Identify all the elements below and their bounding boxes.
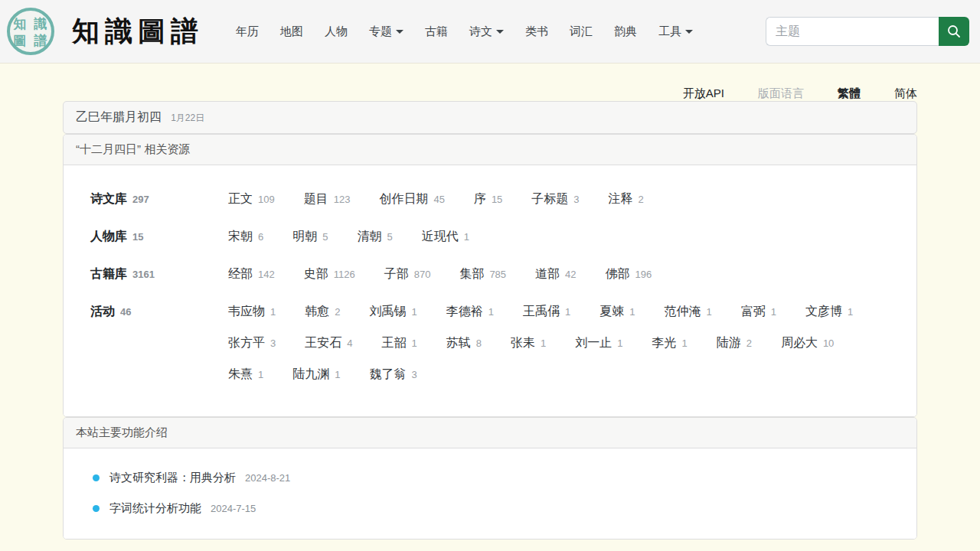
resource-link[interactable]: 文彦博 bbox=[805, 305, 842, 318]
resource-link-item: 张耒1 bbox=[511, 328, 546, 359]
resource-link[interactable]: 陆九渊 bbox=[292, 367, 329, 380]
nav-item-rhyme-dict[interactable]: 韵典 bbox=[603, 18, 648, 45]
nav-item-topics[interactable]: 专题 bbox=[358, 18, 414, 45]
resource-row-links: 经部142史部1126子部870集部785道部42佛部196 bbox=[228, 259, 890, 290]
site-title: 知識圖譜 bbox=[72, 13, 204, 51]
resource-link[interactable]: 李光 bbox=[652, 336, 676, 349]
resource-link-item: 刘禹锡1 bbox=[369, 296, 416, 328]
resource-link[interactable]: 子部 bbox=[384, 267, 409, 280]
resource-link[interactable]: 明朝 bbox=[292, 230, 317, 243]
resource-link[interactable]: 正文 bbox=[228, 192, 253, 205]
chevron-down-icon bbox=[496, 30, 504, 34]
resource-link[interactable]: 朱熹 bbox=[228, 367, 253, 380]
search-input[interactable] bbox=[766, 17, 939, 46]
top-navbar: 知 識 圖 譜 知識圖譜 年历地图人物专题古籍诗文类书词汇韵典工具 bbox=[0, 0, 980, 64]
resource-link-count: 870 bbox=[414, 269, 431, 280]
site-features-card: 本站主要功能介绍 诗文研究利器：用典分析2024-8-21字词统计分析功能202… bbox=[63, 417, 917, 540]
resource-row-links: 正文109题目123创作日期45序15子标题3注释2 bbox=[228, 184, 890, 215]
resource-link[interactable]: 王安石 bbox=[305, 336, 341, 349]
resource-link[interactable]: 序 bbox=[474, 192, 486, 205]
resource-link[interactable]: 苏轼 bbox=[446, 336, 471, 349]
resource-link[interactable]: 韦应物 bbox=[228, 305, 265, 318]
resource-row-活动: 活动46韦应物1韩愈2刘禹锡1李德裕1王禹偁1夏竦1范仲淹1富弼1文彦博1张方平… bbox=[90, 296, 890, 390]
resource-link-count: 1 bbox=[541, 337, 546, 349]
resource-link[interactable]: 史部 bbox=[304, 267, 328, 280]
resource-row-count: 3161 bbox=[132, 269, 155, 280]
resource-link-item: 韩愈2 bbox=[305, 296, 340, 328]
resource-link-item: 夏竦1 bbox=[599, 296, 635, 328]
resource-link[interactable]: 李德裕 bbox=[446, 305, 483, 318]
resource-row-label: 活动 bbox=[90, 305, 115, 318]
resource-link-count: 10 bbox=[823, 337, 834, 349]
resource-link[interactable]: 经部 bbox=[228, 267, 253, 280]
resource-link-count: 1 bbox=[565, 306, 570, 318]
resource-link[interactable]: 张方平 bbox=[228, 336, 265, 349]
toolbar-link-open-api[interactable]: 开放API bbox=[683, 86, 724, 101]
resource-link[interactable]: 王韶 bbox=[381, 336, 406, 349]
nav-item-calendar[interactable]: 年历 bbox=[225, 18, 270, 45]
search-button[interactable] bbox=[939, 17, 969, 46]
resource-link-count: 1 bbox=[335, 369, 340, 380]
resource-link[interactable]: 集部 bbox=[459, 267, 484, 280]
resource-row-label: 诗文库 bbox=[90, 192, 127, 205]
resource-link[interactable]: 王禹偁 bbox=[523, 305, 560, 318]
resource-link[interactable]: 刘一止 bbox=[575, 336, 612, 349]
resource-link[interactable]: 魏了翁 bbox=[369, 367, 406, 380]
resource-link-count: 4 bbox=[347, 337, 352, 349]
resource-link-item: 注释2 bbox=[609, 184, 644, 215]
resource-link[interactable]: 夏竦 bbox=[599, 305, 624, 318]
resource-link[interactable]: 道部 bbox=[535, 267, 560, 280]
toolbar-link-traditional-chinese[interactable]: 繁體 bbox=[838, 86, 861, 101]
site-seal-logo[interactable]: 知 識 圖 譜 bbox=[6, 7, 55, 56]
resource-link-item: 富弼1 bbox=[741, 296, 776, 328]
resource-link[interactable]: 韩愈 bbox=[305, 305, 329, 318]
resource-link[interactable]: 清朝 bbox=[357, 230, 381, 243]
feature-link[interactable]: 诗文研究利器：用典分析 bbox=[109, 471, 236, 485]
resource-link-item: 清朝5 bbox=[357, 221, 392, 253]
resource-link[interactable]: 周必大 bbox=[781, 336, 818, 349]
nav-item-people[interactable]: 人物 bbox=[314, 18, 358, 45]
resource-link[interactable]: 题目 bbox=[304, 192, 328, 205]
resource-link-item: 序15 bbox=[474, 184, 502, 215]
resource-link[interactable]: 刘禹锡 bbox=[369, 305, 406, 318]
resource-link-count: 1 bbox=[848, 306, 853, 318]
nav-item-leishu[interactable]: 类书 bbox=[514, 18, 559, 45]
resource-link-count: 142 bbox=[258, 269, 275, 280]
resource-link-item: 苏轼8 bbox=[446, 328, 482, 359]
resource-row-label-col: 人物库15 bbox=[90, 221, 228, 253]
resource-link-count: 109 bbox=[258, 194, 275, 205]
resource-link[interactable]: 张耒 bbox=[511, 336, 535, 349]
resource-link-count: 1 bbox=[464, 231, 469, 243]
resource-link[interactable]: 近现代 bbox=[422, 230, 459, 243]
features-card-title: 本站主要功能介绍 bbox=[64, 418, 916, 448]
nav-item-ancient-books[interactable]: 古籍 bbox=[414, 18, 459, 45]
nav-item-vocabulary[interactable]: 词汇 bbox=[559, 18, 603, 45]
resource-link-count: 1 bbox=[270, 306, 276, 318]
resource-link-item: 王韶1 bbox=[381, 328, 416, 359]
resource-link-item: 子部870 bbox=[384, 259, 431, 290]
resource-link[interactable]: 佛部 bbox=[606, 267, 630, 280]
features-card-body: 诗文研究利器：用典分析2024-8-21字词统计分析功能2024-7-15 bbox=[64, 448, 916, 539]
nav-item-poetry[interactable]: 诗文 bbox=[459, 18, 514, 45]
feature-link[interactable]: 字词统计分析功能 bbox=[109, 501, 201, 516]
nav-item-map[interactable]: 地图 bbox=[270, 18, 314, 45]
resource-link[interactable]: 范仲淹 bbox=[664, 305, 701, 318]
toolbar-link-layout-language[interactable]: 版面语言 bbox=[758, 86, 804, 101]
bullet-dot-icon bbox=[93, 474, 100, 481]
resource-link-item: 子标题3 bbox=[531, 184, 579, 215]
resource-link-item: 周必大10 bbox=[781, 328, 834, 359]
resource-link[interactable]: 富弼 bbox=[741, 305, 766, 318]
resource-row-label-col: 诗文库297 bbox=[90, 184, 228, 215]
resource-link-item: 李德裕1 bbox=[446, 296, 494, 328]
nav-item-tools[interactable]: 工具 bbox=[648, 18, 704, 45]
resource-link[interactable]: 陆游 bbox=[717, 336, 741, 349]
resource-link[interactable]: 子标题 bbox=[531, 192, 568, 205]
resource-link[interactable]: 宋朝 bbox=[228, 230, 253, 243]
resource-link-count: 8 bbox=[476, 337, 482, 349]
resource-row-label: 人物库 bbox=[90, 230, 127, 243]
resource-link[interactable]: 注释 bbox=[609, 192, 633, 205]
toolbar-link-simplified-chinese[interactable]: 简体 bbox=[894, 86, 917, 101]
resource-link-item: 正文109 bbox=[228, 184, 275, 215]
resource-link[interactable]: 创作日期 bbox=[379, 192, 428, 205]
feature-date: 2024-8-21 bbox=[245, 472, 290, 484]
